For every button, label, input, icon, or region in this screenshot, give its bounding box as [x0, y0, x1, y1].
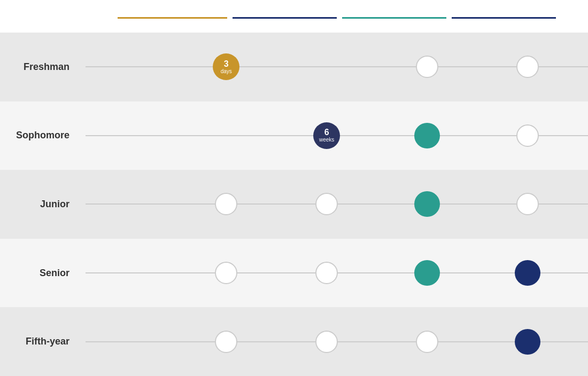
row-label-junior: Junior [0, 199, 86, 210]
circle-label-main-0-0: 3 [224, 60, 229, 68]
circle-dark-label-1-1: 6weeks [313, 122, 340, 149]
circle-empty-4-1 [315, 331, 338, 353]
circle-col-2-0 [215, 193, 237, 215]
circle-col-1-1: 6weeks [313, 122, 340, 149]
navy-underline-2 [452, 17, 556, 19]
circle-empty-4-0 [215, 331, 237, 353]
col-track-internship [233, 15, 337, 23]
circle-col-2-3 [516, 193, 539, 215]
circle-empty-3-1 [315, 262, 338, 284]
circle-label-sub-1-1: weeks [319, 137, 334, 143]
gold-underline [118, 17, 227, 19]
grid: Freshman3daysSophomore6weeksJuniorSenior… [0, 33, 588, 376]
circle-col-4-2 [416, 331, 438, 353]
grid-row-fifth-year: Fifth-year [0, 307, 588, 376]
circle-empty-3-0 [215, 262, 237, 284]
circle-col-0-0: 3days [213, 53, 239, 80]
circle-col-2-1 [315, 193, 338, 215]
grid-row-junior: Junior [0, 170, 588, 239]
col-entry [452, 15, 556, 23]
circle-label-main-1-1: 6 [324, 128, 329, 137]
circle-navy-4-3 [515, 329, 540, 355]
row-label-freshman: Freshman [0, 61, 86, 73]
circle-empty-1-3 [516, 124, 539, 147]
track-area-fifth-year [86, 307, 588, 376]
circle-col-1-3 [516, 124, 539, 147]
main-container: Freshman3daysSophomore6weeksJuniorSenior… [0, 0, 588, 376]
circle-col-2-2 [414, 191, 440, 217]
circle-label-sub-0-0: days [221, 69, 232, 74]
circle-col-3-2 [414, 260, 440, 286]
circle-col-4-3 [515, 329, 540, 355]
track-area-sophomore: 6weeks [86, 101, 588, 170]
grid-row-freshman: Freshman3days [0, 33, 588, 101]
circle-empty-0-3 [516, 56, 539, 78]
circle-navy-3-3 [515, 260, 540, 286]
grid-row-sophomore: Sophomore6weeks [0, 101, 588, 170]
circle-col-3-3 [515, 260, 540, 286]
horizontal-line [86, 66, 588, 67]
circle-col-4-0 [215, 331, 237, 353]
circle-col-1-2 [414, 123, 440, 148]
navy-underline-1 [233, 17, 337, 19]
circle-empty-0-2 [416, 56, 438, 78]
circle-empty-2-0 [215, 193, 237, 215]
header [0, 0, 588, 33]
circle-gold-label-0-0: 3days [213, 53, 239, 80]
circle-teal-2-2 [414, 191, 440, 217]
teal-underline [342, 17, 446, 19]
circle-teal-3-2 [414, 260, 440, 286]
circle-col-0-2 [416, 56, 438, 78]
circle-col-0-3 [516, 56, 539, 78]
circle-empty-2-1 [315, 193, 338, 215]
circle-empty-4-2 [416, 331, 438, 353]
circle-col-3-0 [215, 262, 237, 284]
track-area-freshman: 3days [86, 33, 588, 101]
circle-teal-1-2 [414, 123, 440, 148]
row-label-fifth-year: Fifth-year [0, 336, 86, 347]
row-label-senior: Senior [0, 268, 86, 279]
circle-col-4-1 [315, 331, 338, 353]
grid-row-senior: Senior [0, 239, 588, 308]
col-internships [342, 15, 446, 23]
track-area-junior [86, 170, 588, 239]
circle-col-3-1 [315, 262, 338, 284]
col-track-leadership [118, 15, 227, 23]
circle-empty-2-3 [516, 193, 539, 215]
row-label-sophomore: Sophomore [0, 130, 86, 141]
track-area-senior [86, 239, 588, 308]
